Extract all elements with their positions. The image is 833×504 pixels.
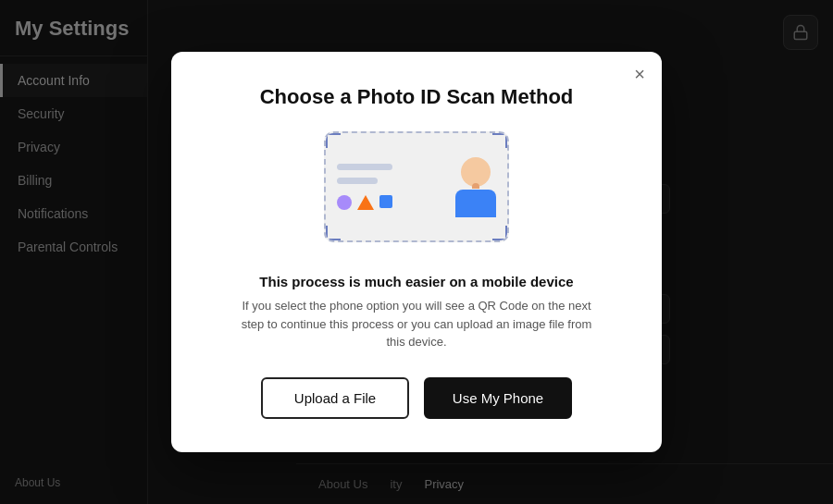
id-illustration	[324, 131, 509, 252]
modal-overlay[interactable]: × Choose a Photo ID Scan Method	[0, 0, 833, 504]
modal-subtitle: This process is much easier on a mobile …	[208, 274, 625, 289]
shape-square	[379, 195, 392, 208]
modal-actions: Upload a File Use My Phone	[208, 377, 625, 419]
id-card-right	[455, 157, 507, 217]
avatar-body	[455, 190, 496, 217]
avatar-head	[461, 157, 491, 187]
bracket-bottom-right	[492, 226, 507, 240]
modal-close-button[interactable]: ×	[634, 65, 645, 83]
id-line-2	[337, 178, 378, 184]
id-shapes	[337, 195, 392, 210]
avatar-figure	[455, 157, 496, 217]
bracket-top-right	[492, 133, 507, 148]
modal-title: Choose a Photo ID Scan Method	[208, 85, 625, 109]
shape-circle	[337, 195, 352, 210]
id-line-1	[337, 164, 392, 170]
shape-triangle	[357, 195, 374, 210]
upload-file-button[interactable]: Upload a File	[261, 377, 409, 419]
id-card-left	[326, 151, 404, 223]
modal-description: If you select the phone option you will …	[241, 297, 592, 351]
modal-dialog: × Choose a Photo ID Scan Method	[171, 52, 662, 452]
bracket-top-left	[326, 133, 341, 148]
id-card	[324, 131, 509, 242]
use-phone-button[interactable]: Use My Phone	[424, 377, 572, 419]
bracket-bottom-left	[326, 226, 341, 240]
